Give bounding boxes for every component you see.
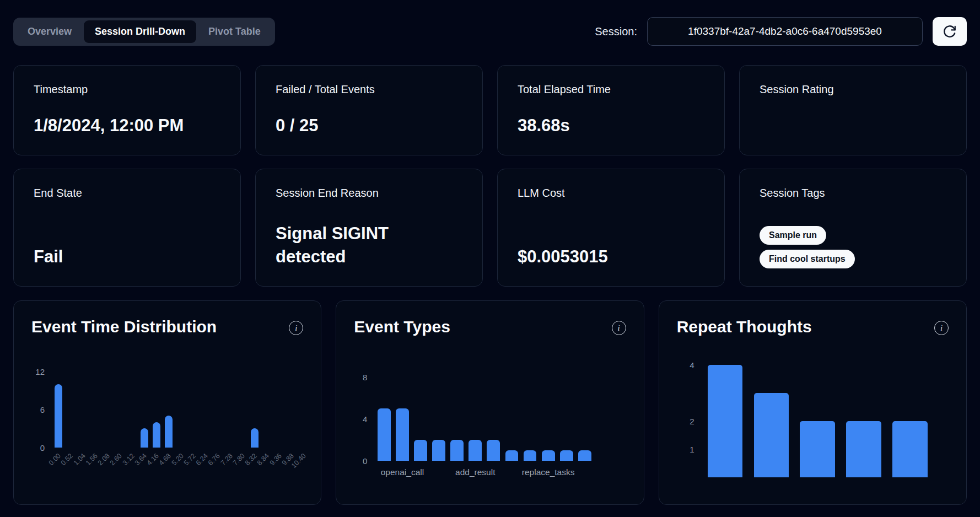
- session-id-input[interactable]: [647, 17, 923, 46]
- session-label: Session:: [595, 25, 637, 38]
- y-axis-tick-label: 1: [677, 445, 694, 454]
- stat-label: Total Elapsed Time: [518, 83, 704, 96]
- bar: [800, 421, 835, 477]
- stat-value: 0 / 25: [276, 114, 462, 137]
- y-axis-tick-label: 4: [677, 360, 694, 370]
- x-axis-tick-label: 2.60: [109, 452, 123, 467]
- chart-title: Repeat Thoughts: [677, 317, 812, 336]
- session-controls: Session:: [595, 17, 967, 46]
- chart-grid: Event Time Distribution i 06120.000.521.…: [13, 300, 967, 505]
- stat-value: 1/8/2024, 12:00 PM: [34, 114, 220, 137]
- stat-card-llm-cost: LLM Cost $0.0053015: [497, 169, 725, 287]
- chart-header: Event Time Distribution i: [31, 317, 303, 336]
- event-types-chart: 048openai_calladd_resultreplace_tasks: [354, 348, 626, 484]
- refresh-icon: [943, 24, 957, 39]
- info-icon[interactable]: i: [612, 321, 626, 335]
- x-axis-tick-label: 1.04: [72, 452, 87, 467]
- x-axis-category-label: openai_call: [381, 467, 424, 477]
- y-axis-tick-label: 12: [31, 367, 45, 376]
- bar: [251, 428, 259, 448]
- y-axis-tick-label: 4: [354, 414, 367, 424]
- y-axis-tick-label: 0: [31, 443, 45, 453]
- bar: [754, 393, 789, 477]
- y-axis-tick-label: 6: [31, 405, 45, 414]
- x-axis-category-label: add_result: [455, 467, 495, 477]
- chart-header: Event Types i: [354, 317, 626, 336]
- stat-card-session-end-reason: Session End Reason Signal SIGINT detecte…: [255, 169, 483, 287]
- x-axis-tick-label: 4.68: [158, 452, 173, 467]
- refresh-button[interactable]: [933, 17, 967, 46]
- dashboard-page: Overview Session Drill-Down Pivot Table …: [0, 0, 980, 505]
- x-axis-tick-label: 4.16: [146, 452, 160, 467]
- bar: [846, 421, 881, 477]
- bar: [892, 421, 928, 477]
- x-axis-tick-label: 0.52: [60, 452, 74, 467]
- stat-card-total-elapsed-time: Total Elapsed Time 38.68s: [497, 65, 725, 155]
- session-tag: Sample run: [760, 226, 826, 245]
- x-axis-category-label: replace_tasks: [522, 467, 575, 477]
- x-axis-tick-label: 6.24: [195, 452, 209, 467]
- chart-header: Repeat Thoughts i: [677, 317, 949, 336]
- bar: [487, 440, 500, 461]
- bar: [469, 440, 482, 461]
- x-axis-tick-label: 5.20: [170, 452, 185, 467]
- stat-label: Session End Reason: [276, 187, 462, 200]
- stat-label: Session Tags: [760, 187, 946, 200]
- stat-label: Failed / Total Events: [276, 83, 462, 96]
- stat-card-session-tags: Session Tags Sample run Find cool startu…: [739, 169, 967, 287]
- x-axis-tick-label: 3.12: [121, 452, 136, 467]
- bar: [505, 450, 519, 461]
- stat-label: End State: [34, 187, 220, 200]
- chart-title: Event Types: [354, 317, 450, 336]
- x-axis-tick-label: 2.08: [96, 452, 111, 467]
- y-axis-tick-label: 0: [354, 456, 367, 466]
- info-icon[interactable]: i: [934, 321, 949, 335]
- bar: [153, 422, 160, 448]
- tab-group: Overview Session Drill-Down Pivot Table: [13, 18, 275, 46]
- repeat-thoughts-chart: 124: [677, 348, 949, 484]
- stat-card-failed-total-events: Failed / Total Events 0 / 25: [255, 65, 483, 155]
- bar: [55, 384, 62, 448]
- x-axis-tick-label: 8.84: [256, 452, 271, 467]
- x-axis-tick-label: 7.28: [219, 452, 234, 467]
- session-tag: Find cool startups: [760, 250, 855, 268]
- x-axis-tick-label: 9.36: [268, 452, 283, 467]
- info-icon[interactable]: i: [289, 321, 303, 335]
- x-axis-tick-label: 3.64: [133, 452, 148, 467]
- x-axis-tick-label: 7.80: [231, 452, 246, 467]
- bar: [542, 450, 555, 461]
- stat-value: $0.0053015: [518, 245, 704, 268]
- y-axis-tick-label: 8: [354, 373, 367, 382]
- bar: [141, 428, 148, 448]
- chart-card-repeat-thoughts: Repeat Thoughts i 124: [659, 300, 967, 505]
- session-tag-list: Sample run Find cool startups: [760, 226, 946, 268]
- stat-value: Fail: [34, 245, 220, 268]
- bar: [396, 408, 409, 461]
- stat-card-grid: Timestamp 1/8/2024, 12:00 PM Failed / To…: [13, 65, 967, 287]
- x-axis-tick-label: 6.76: [207, 452, 222, 467]
- bar: [578, 450, 591, 461]
- x-axis-tick-label: 5.72: [182, 452, 197, 467]
- x-axis-tick-label: 8.32: [244, 452, 259, 467]
- y-axis-tick-label: 2: [677, 417, 694, 426]
- event-time-distribution-chart: 06120.000.521.041.562.082.603.123.644.16…: [31, 348, 303, 484]
- x-axis-tick-label: 1.56: [84, 452, 99, 467]
- bar: [165, 416, 173, 448]
- bar: [432, 440, 445, 461]
- tab-session-drill-down[interactable]: Session Drill-Down: [84, 20, 196, 43]
- top-bar: Overview Session Drill-Down Pivot Table …: [13, 17, 967, 46]
- bar: [414, 440, 427, 461]
- bar: [524, 450, 537, 461]
- bar: [450, 440, 464, 461]
- stat-label: LLM Cost: [518, 187, 704, 200]
- tab-pivot-table[interactable]: Pivot Table: [197, 20, 272, 43]
- x-axis-tick-label: 0.00: [47, 452, 62, 467]
- chart-card-event-time-distribution: Event Time Distribution i 06120.000.521.…: [13, 300, 321, 505]
- tab-overview[interactable]: Overview: [17, 20, 83, 43]
- stat-card-timestamp: Timestamp 1/8/2024, 12:00 PM: [13, 65, 241, 155]
- stat-label: Session Rating: [760, 83, 946, 96]
- chart-title: Event Time Distribution: [31, 317, 217, 336]
- chart-card-event-types: Event Types i 048openai_calladd_resultre…: [336, 300, 644, 505]
- stat-value: 38.68s: [518, 114, 704, 137]
- stat-label: Timestamp: [34, 83, 220, 96]
